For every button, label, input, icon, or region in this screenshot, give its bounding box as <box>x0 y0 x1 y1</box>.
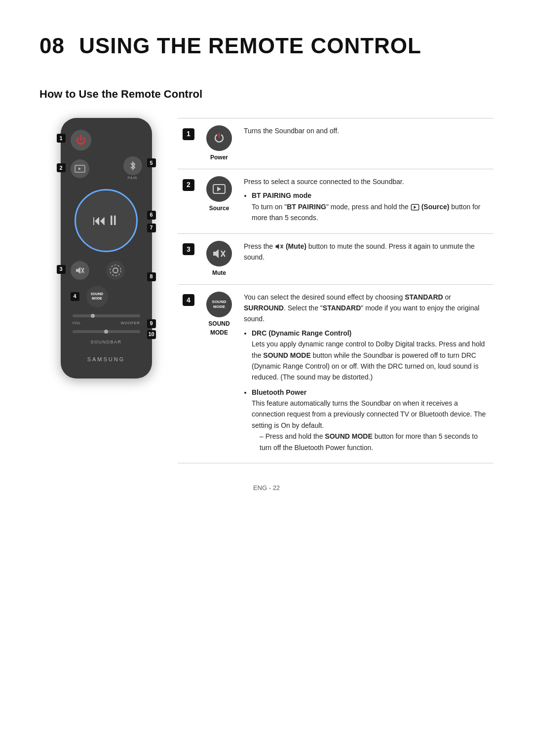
source-icon-circle <box>206 176 232 202</box>
callout-7: 7 <box>147 224 156 232</box>
table-row-1: 1 Power Turns the Soundbar on and off. <box>178 118 494 169</box>
pair-label: PAIR <box>128 176 138 181</box>
vol-labels: VOL WOOFER <box>73 320 140 326</box>
mute-inline-icon <box>275 243 284 250</box>
woofer-slider[interactable] <box>73 330 140 333</box>
page-title: 08 USING THE REMOTE CONTROL <box>39 30 494 62</box>
soundmode-standalone-row: 4 SOUND MODE <box>71 286 142 307</box>
ref-table: 1 Power Turns the Soundbar on and off. <box>178 118 494 463</box>
row1-icon-cell: Power <box>199 118 239 169</box>
mute-icon-circle <box>206 241 232 266</box>
callout-5: 5 <box>147 158 156 167</box>
play-pause-icon: ⏮⏸ <box>92 210 120 231</box>
sound-mode-button[interactable] <box>106 261 125 280</box>
callout-6: 6 <box>147 211 156 220</box>
vol-label: VOL <box>73 320 81 326</box>
row4-icon-cell: SOUND MODE SOUND MODE <box>199 284 239 463</box>
description-table: 1 Power Turns the Soundbar on and off. <box>178 118 494 463</box>
row2-icon-cell: Source <box>199 169 239 234</box>
bluetooth-icon <box>129 161 137 171</box>
power-table-icon <box>213 132 226 145</box>
row3-icon-cell: Mute <box>199 233 239 284</box>
title-text: USING THE REMOTE CONTROL <box>79 34 421 58</box>
row1-desc: Turns the Soundbar on and off. <box>239 118 494 169</box>
sound-mode-text-line2: MODE <box>92 297 102 301</box>
row3-num: 3 <box>178 233 199 284</box>
power-button[interactable]: ⏻ <box>71 130 91 151</box>
sound-mode-icon-circle: SOUND MODE <box>206 292 232 317</box>
power-row: 1 ⏻ <box>71 130 142 151</box>
main-content: 1 ⏻ 2 5 <box>39 118 494 463</box>
source-icon-label: Source <box>204 204 234 213</box>
mute-icon <box>75 266 85 274</box>
bluetooth-button[interactable] <box>123 156 142 175</box>
sliders-area: 9 10 VOL WOOFER <box>71 314 142 333</box>
remote-control: 1 ⏻ 2 5 <box>61 118 152 378</box>
bt-btn-wrap: 5 PAIR <box>123 156 142 181</box>
woofer-label: WOOFER <box>121 320 140 326</box>
row2-num: 2 <box>178 169 199 234</box>
svg-point-3 <box>113 268 118 273</box>
row1-num: 1 <box>178 118 199 169</box>
source-bt-row: 2 5 PAIR <box>71 156 142 181</box>
sound-mode-main-button[interactable]: SOUND MODE <box>86 286 108 307</box>
power-icon: ⏻ <box>76 133 86 148</box>
sound-mode-text-line1: SOUND <box>91 292 103 296</box>
table-row-4: 4 SOUND MODE SOUND MODE You can select t… <box>178 284 494 463</box>
sound-mode-icon-label: SOUND MODE <box>204 319 234 337</box>
source-button[interactable] <box>71 159 89 178</box>
callout-2: 2 <box>57 163 66 172</box>
mute-button[interactable] <box>71 261 89 280</box>
remote-illustration: 1 ⏻ 2 5 <box>39 118 178 378</box>
page-footer: ENG - 22 <box>39 483 494 493</box>
source-inline-icon <box>411 204 419 211</box>
callout-4-remote: 4 <box>71 292 79 301</box>
dpad-ring[interactable]: ⏮⏸ <box>75 189 138 252</box>
source-table-icon <box>212 184 226 194</box>
row3-desc: Press the (Mute) button to mute the soun… <box>239 233 494 284</box>
row4-num: 4 <box>178 284 199 463</box>
section-heading: How to Use the Remote Control <box>39 86 494 102</box>
svg-point-4 <box>110 265 121 276</box>
callout-1: 1 <box>57 134 66 143</box>
power-icon-circle <box>206 125 232 151</box>
table-row-3: 3 Mute Press the <box>178 233 494 284</box>
gear-icon <box>108 263 123 278</box>
callout-3: 3 <box>57 265 66 274</box>
svg-marker-8 <box>414 206 416 209</box>
samsung-label: SAMSUNG <box>87 355 125 364</box>
soundbar-label: SOUNDBAR <box>90 339 121 346</box>
source-icon <box>75 165 85 173</box>
row2-desc: Press to select a source connected to th… <box>239 169 494 234</box>
footer-text: ENG - 22 <box>253 484 280 491</box>
callout-10: 10 <box>147 330 156 339</box>
callout-9: 9 <box>147 319 156 328</box>
mute-soundmode-row: 3 8 <box>71 261 142 280</box>
source-btn-wrap: 2 <box>71 159 89 178</box>
row4-desc: You can select the desired sound effect … <box>239 284 494 463</box>
vol-thumb <box>91 314 95 318</box>
chapter-number: 08 <box>39 34 65 58</box>
mute-icon-label: Mute <box>204 268 234 277</box>
table-row-2: 2 Source Press to select a source connec… <box>178 169 494 234</box>
power-icon-label: Power <box>204 153 234 162</box>
callout-8: 8 <box>147 272 156 281</box>
dpad-row: 6 7 ⏮⏸ <box>71 189 142 252</box>
svg-marker-6 <box>217 187 221 191</box>
mute-table-icon <box>212 248 226 260</box>
mute-btn-wrap: 3 <box>71 261 89 280</box>
vol-slider[interactable] <box>73 314 140 317</box>
woofer-thumb <box>104 330 108 334</box>
